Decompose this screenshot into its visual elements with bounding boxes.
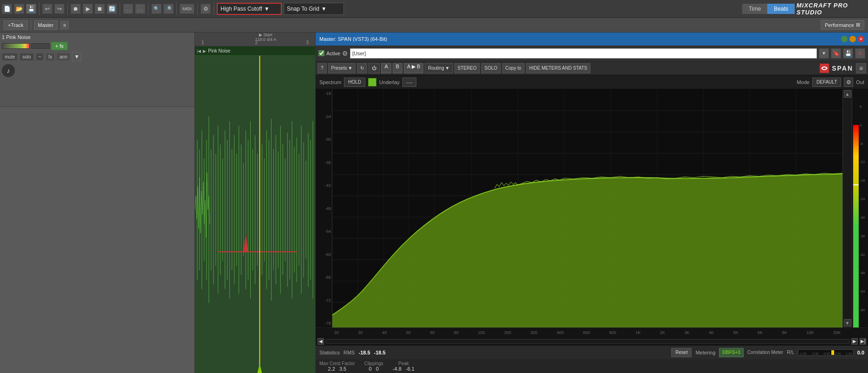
clippings-label: Clippings [364,361,383,366]
metering-value-button[interactable]: DBFS+3 [719,348,744,357]
spectrum-svg [332,89,842,327]
b-button[interactable]: B [393,63,402,73]
gear-icon[interactable]: ⚙ [342,50,348,57]
master-icon[interactable]: ≡ [60,21,69,29]
presets-button[interactable]: Presets ▼ [328,63,356,73]
bar-2: 2 [255,40,258,45]
corr-value: 0.0 [857,350,864,355]
default-mode-button[interactable]: DEFAULT [812,78,841,87]
close-button[interactable]: ✕ [858,36,864,42]
snap-dropdown[interactable]: Snap To Grid ▼ [284,3,344,15]
peak-item: Peak -4.8 -6.1 [393,361,415,372]
maximize-button[interactable] [849,36,856,42]
save-button[interactable]: 💾 [26,4,36,14]
correlation-meter: -1.00-0.500.000.501.00 [798,349,854,356]
scroll-up-button[interactable]: ▲ [844,90,851,98]
span-panel: Master: SPAN (VST3) (64-Bit) ✕ Active ⚙ … [316,33,868,373]
time-button[interactable]: Time [742,4,767,14]
routing-chevron: ▼ [445,65,450,71]
midi-button[interactable]: MIDI [180,4,194,14]
corr-scale: -1.00-0.500.000.501.00 [798,352,853,355]
curve-button[interactable]: ~ [36,53,44,61]
start-marker: ▶ Start 119.0 4/4 A [255,33,277,42]
volume-slider[interactable] [2,43,30,49]
headphones-button[interactable]: 🎧 [123,4,133,14]
filter-dropdown-label: High Pass Cutoff [220,6,262,12]
plus-fx-button[interactable]: + fx [51,42,68,50]
hold-button[interactable]: HOLD [344,78,365,87]
settings-icon[interactable]: ⚙ [201,4,211,14]
loop-button[interactable]: 🔄 [107,4,117,14]
headphones2-button[interactable]: 🎧 [135,4,145,14]
stop-button[interactable]: ⏹ [95,4,105,14]
second-row: +Track Master ≡ Performance ⊞ [0,18,868,33]
spectrum-scrollbar[interactable]: ▲ ▼ [842,89,852,327]
zoom-in-button[interactable]: 🔍 [151,4,162,14]
sep7 [214,2,214,15]
freq-scroll-end[interactable]: ▶| [860,338,866,345]
timeline-header: ▶ Start 119.0 4/4 A 1 2 3 [195,33,315,46]
zoom-out-button[interactable]: 🔎 [163,4,174,14]
close-preset-icon[interactable]: ✕ [855,48,865,59]
track-buttons: mute solo ~ fx arm ▼ [2,52,193,61]
help-button[interactable]: ? [317,63,327,73]
stats-bottom: Max Crest Factor 2.2 3.5 Clippings 0 0 P… [316,359,868,373]
play-button[interactable]: ▶ [83,4,93,14]
beats-button[interactable]: Beats [767,4,795,14]
routing-button[interactable]: Routing ▼ [425,63,453,73]
span-controls-row: Active ⚙ ▼ 🔖 💾 ✕ [316,46,868,61]
add-track-button[interactable]: +Track [4,20,28,30]
user-input[interactable] [350,48,817,59]
redo-button[interactable]: ↪ [54,4,65,14]
bookmark-icon[interactable]: 🔖 [831,48,841,59]
arm-button[interactable]: arm [57,53,70,61]
bar-1: 1 [201,40,204,45]
refresh-button[interactable]: ↻ [357,63,367,73]
power-button[interactable]: ⏻ [369,63,380,73]
copy-to-button[interactable]: Copy to [502,63,525,73]
stereo-button[interactable]: STEREO [454,63,480,73]
snap-dropdown-label: Snap To Grid [287,6,319,12]
undo-button[interactable]: ↩ [42,4,52,14]
reset-button[interactable]: Reset [671,348,692,357]
performance-button[interactable]: Performance ⊞ [821,20,864,30]
scroll-down-button[interactable]: ▼ [844,319,851,327]
pan-slider[interactable] [31,43,50,49]
timeline-area: ▶ Start 119.0 4/4 A 1 2 3 |◀ ▶ Pink Nois… [195,33,316,373]
waveform-track-name: Pink Noise [208,48,230,53]
master-button[interactable]: Master [34,20,58,30]
a-button[interactable]: A [381,63,391,73]
underlay-label: Underlay [379,79,400,85]
spectrum-settings-button[interactable]: ⚙ [844,78,853,87]
fx-button[interactable]: fx [45,53,55,61]
span-menu-button[interactable]: ≡ [856,63,866,73]
mixcraft-logo: MiXCRAFT PRO STUDIO [797,2,862,16]
active-label: Active [326,51,340,56]
freq-scroll-track[interactable] [326,339,849,344]
snap-chevron-icon: ▼ [321,6,327,12]
minimize-button[interactable] [841,36,848,42]
freq-scroll-right[interactable]: ▶ [851,338,858,345]
active-checkbox[interactable] [318,50,324,56]
arm-dropdown[interactable]: ▼ [72,52,81,61]
stats-row: Statistics RMS -18.5 -18.5 Reset Meterin… [316,345,868,359]
freq-scroll-left[interactable]: ◀ [317,338,324,345]
span-logo-icon [820,64,829,73]
filter-dropdown[interactable]: High Pass Cutoff ▼ [217,3,282,15]
rms-label: RMS [343,350,355,355]
track-name: 1 Pink Noise [2,34,31,40]
span-title: Master: SPAN (VST3) (64-Bit) [319,36,387,42]
hide-meters-button[interactable]: HIDE METERS AND STATS [526,63,590,73]
record-button[interactable]: ⏺ [71,4,81,14]
tracks-panel: 1 Pink Noise + fx mute solo ~ fx arm ▼ ♪ [0,33,195,373]
solo-button[interactable]: solo [19,53,33,61]
ab-button[interactable]: A ▶ B [404,63,423,73]
dropdown-arrow[interactable]: ▼ [819,48,829,59]
open-button[interactable]: 📂 [14,4,24,14]
solo-button-span[interactable]: SOLO [481,63,501,73]
new-file-button[interactable]: 📄 [2,4,12,14]
mute-button[interactable]: mute [2,53,18,61]
waveform-track-header: |◀ ▶ Pink Noise [195,46,315,56]
save-preset-icon[interactable]: 💾 [843,48,853,59]
freq-labels: 2030405060801002003004006008001K2K3K4K5K… [332,330,842,335]
